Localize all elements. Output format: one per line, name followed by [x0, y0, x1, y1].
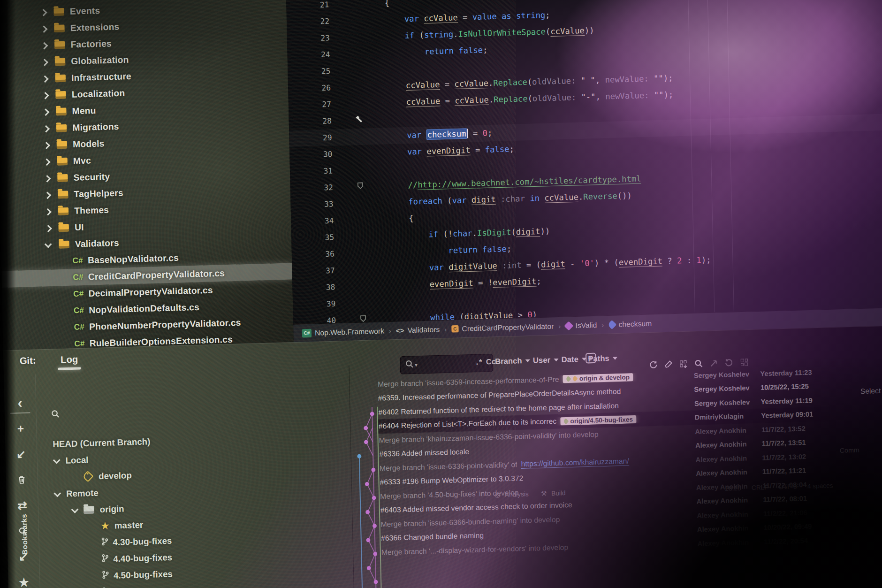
- chevron-left-icon[interactable]: ‹: [4, 393, 36, 413]
- branch-label: develop: [99, 470, 132, 481]
- status-caret-position[interactable]: 28:25: [725, 484, 741, 492]
- branch-item-xss[interactable]: XSS: [90, 583, 132, 588]
- chevron-down-icon[interactable]: [53, 457, 60, 464]
- commit-author: Alexey Anokhin: [695, 440, 762, 449]
- tag-icon: [565, 376, 571, 382]
- folder-icon: [58, 224, 69, 232]
- chevron-right-icon[interactable]: [42, 142, 49, 149]
- tree-item-label: Validators: [75, 237, 119, 249]
- git-title: Git:: [19, 355, 36, 367]
- sidebar-tab-bookmarks[interactable]: Bookmarks: [20, 506, 29, 563]
- commit-author: Alexey Anokhin: [696, 496, 763, 505]
- branch-item-4-30-bug-fixes[interactable]: 4.30-bug-fixes: [89, 532, 172, 551]
- code-editor[interactable]: protected override bool IsValid(Validati…: [286, 0, 882, 324]
- chevron-right-icon[interactable]: [43, 158, 49, 165]
- folder-icon: [55, 91, 66, 99]
- status-line-ending[interactable]: CRLF: [752, 483, 768, 491]
- branch-icon: [102, 554, 109, 565]
- git-log-panel: ▾ .* Cc BranchUserDatePaths Merge branch…: [348, 327, 834, 588]
- tree-item-label: Themes: [74, 205, 109, 216]
- folder-icon: [59, 240, 69, 248]
- line-number: 23: [287, 33, 348, 44]
- tab-git-log[interactable]: Log: [61, 354, 78, 369]
- tag-icon: [563, 418, 569, 424]
- filter-date[interactable]: Date: [561, 354, 586, 364]
- line-number: 33: [290, 199, 351, 210]
- branch-label: Local: [65, 455, 88, 466]
- filter-user[interactable]: User: [533, 355, 559, 365]
- chevron-right-icon[interactable]: [44, 225, 51, 232]
- plus-icon[interactable]: +: [5, 419, 37, 438]
- regex-toggle[interactable]: .*: [476, 358, 483, 366]
- branch-item-origin[interactable]: origin: [71, 500, 124, 519]
- branch-item-develop[interactable]: develop: [70, 467, 132, 485]
- chevron-down-icon[interactable]: [71, 507, 78, 514]
- folder-icon: [56, 107, 67, 115]
- search-flags[interactable]: .* Cc: [476, 358, 495, 367]
- search-icon[interactable]: [51, 410, 60, 420]
- arrow-down-left-icon[interactable]: ↙: [5, 444, 37, 464]
- branch-item-master[interactable]: ★master: [89, 517, 144, 535]
- breadcrumb-item-checksum[interactable]: checksum: [608, 319, 652, 329]
- chevron-right-icon[interactable]: [44, 208, 50, 215]
- breadcrumb-item-creditcardpropertyvalidator[interactable]: CCreditCardPropertyValidator: [451, 322, 554, 333]
- folder-icon: [53, 8, 64, 15]
- hammer-icon[interactable]: [355, 115, 363, 125]
- chevron-right-icon[interactable]: [40, 42, 47, 49]
- bookmark-icon[interactable]: [357, 182, 364, 191]
- chevron-right-icon[interactable]: [43, 175, 50, 182]
- chevron-right-icon[interactable]: [41, 75, 47, 82]
- commit-list[interactable]: Merge branch 'issue-6359-increase-perfor…: [349, 365, 834, 588]
- branch-label: 4.40-bug-fixes: [113, 552, 172, 564]
- commit-date: 10/25/22, 15:25: [760, 382, 827, 391]
- breadcrumb-item-isvalid[interactable]: IsValid: [565, 321, 597, 330]
- breadcrumb-item-nop.web.framework[interactable]: C#Nop.Web.Framework: [302, 327, 385, 337]
- line-number: 35: [291, 232, 352, 243]
- csharp-file-icon: C#: [73, 289, 84, 299]
- status-analysis[interactable]: ◎ Analysis: [494, 490, 529, 498]
- branch-item-local[interactable]: Local: [53, 451, 89, 469]
- git-branches-panel[interactable]: HEAD (Current Branch)LocaldevelopRemoteo…: [35, 365, 355, 588]
- status-indent[interactable]: 4 spaces: [807, 482, 833, 490]
- branch-item-remote[interactable]: Remote: [53, 484, 99, 502]
- filter-branch[interactable]: Branch: [495, 356, 530, 366]
- chevron-right-icon[interactable]: [42, 125, 48, 132]
- tab-commit[interactable]: Comm: [840, 446, 859, 454]
- branch-item-head-current-branch-[interactable]: HEAD (Current Branch): [53, 433, 151, 452]
- folder-icon: [84, 506, 94, 514]
- branch-tag-chip[interactable]: origin & develop: [563, 373, 633, 383]
- breadcrumb-label: checksum: [618, 319, 652, 328]
- branch-tag-chip[interactable]: origin/4.50-bug-fixes: [560, 415, 636, 426]
- chevron-down-icon[interactable]: [45, 241, 51, 248]
- match-case-toggle[interactable]: Cc: [486, 358, 496, 366]
- chevron-right-icon[interactable]: [39, 9, 46, 16]
- project-tree-panel[interactable]: ControllersEventsExtensionsFactoriesGlob…: [0, 0, 294, 360]
- breadcrumb-label: CreditCardPropertyValidator: [462, 322, 554, 333]
- commit-date: 11/7/22, 13:51: [761, 438, 828, 447]
- csharp-file-icon: C#: [74, 305, 84, 315]
- search-icon: [405, 360, 414, 371]
- folder-icon: [58, 191, 68, 199]
- go-to-hash-button[interactable]: [585, 352, 597, 367]
- branch-item-4-50-bug-fixes[interactable]: 4.50-bug-fixes: [90, 565, 173, 584]
- chevron-right-icon[interactable]: [40, 59, 47, 66]
- tree-item-label: BaseNopValidator.cs: [88, 252, 179, 266]
- star-icon[interactable]: ★: [8, 573, 40, 588]
- chevron-right-icon[interactable]: [41, 92, 48, 99]
- status-encoding[interactable]: UTF-8: [779, 483, 797, 490]
- chevron-right-icon[interactable]: [40, 25, 46, 32]
- branch-icon: [101, 537, 108, 548]
- tree-item-label: TagHelpers: [74, 188, 123, 199]
- commit-author: Alexey Anokhin: [696, 454, 762, 463]
- breadcrumb-item-validators[interactable]: <>Validators: [396, 325, 440, 335]
- filter-label: Branch: [495, 356, 522, 366]
- trash-icon[interactable]: [6, 470, 38, 490]
- branch-item-4-40-bug-fixes[interactable]: 4.40-bug-fixes: [89, 549, 172, 568]
- chevron-down-icon[interactable]: [54, 490, 61, 497]
- star-icon: ★: [101, 520, 109, 532]
- commit-message-link[interactable]: https://github.com/khairuzzaman/: [521, 457, 629, 469]
- chevron-right-icon[interactable]: [42, 108, 48, 115]
- chevron-right-icon[interactable]: [44, 191, 50, 199]
- status-build[interactable]: ⚒ Build: [541, 489, 566, 497]
- folder-icon: [54, 24, 65, 32]
